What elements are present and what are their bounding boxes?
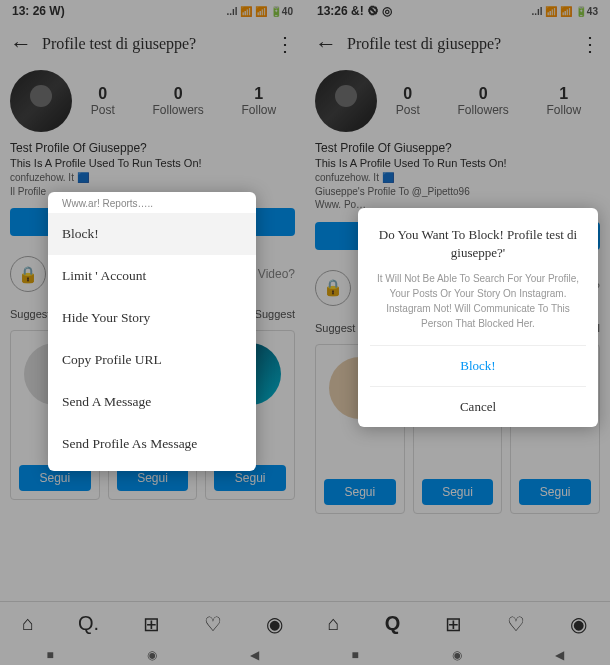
bio-name: Test Profile Of Giuseppe? bbox=[315, 140, 600, 156]
follow-button[interactable]: Segui bbox=[519, 479, 591, 505]
status-icons: ..ıl 📶 📶 🔋43 bbox=[531, 6, 598, 17]
status-time: 13: 26 W) bbox=[12, 4, 65, 18]
bio-link[interactable]: confuzehow. It 🟦 bbox=[315, 171, 600, 185]
home-sys-icon[interactable]: ◉ bbox=[147, 648, 157, 662]
stat-followers[interactable]: 0 Followers bbox=[457, 85, 508, 117]
avatar[interactable] bbox=[10, 70, 72, 132]
system-nav: ■ ◉ ◀ bbox=[305, 645, 610, 665]
confirm-cancel-button[interactable]: Cancel bbox=[370, 386, 586, 427]
recents-icon[interactable]: ■ bbox=[351, 648, 358, 662]
home-icon[interactable]: ⌂ bbox=[328, 612, 340, 635]
more-options-icon[interactable]: ⋮ bbox=[275, 32, 295, 56]
more-options-icon[interactable]: ⋮ bbox=[580, 32, 600, 56]
menu-item-copy-url[interactable]: Copy Profile URL bbox=[48, 339, 256, 381]
bio-link[interactable]: confuzehow. It 🟦 bbox=[10, 171, 295, 185]
suggestions-label: Suggest bbox=[315, 322, 355, 334]
page-title: Profile test di giuseppe? bbox=[347, 35, 570, 53]
system-nav: ■ ◉ ◀ bbox=[0, 645, 305, 665]
page-title: Profile test di giuseppe? bbox=[42, 35, 265, 53]
recents-icon[interactable]: ■ bbox=[46, 648, 53, 662]
confirm-body: It Will Not Be Able To Search For Your P… bbox=[370, 271, 586, 331]
stat-posts[interactable]: 0 Post bbox=[91, 85, 115, 117]
bio-line: This Is A Profile Used To Run Tests On! bbox=[10, 156, 295, 171]
menu-item-hide-story[interactable]: Hide Your Story bbox=[48, 297, 256, 339]
back-icon[interactable]: ← bbox=[315, 31, 337, 57]
profile-header: ← Profile test di giuseppe? ⋮ bbox=[305, 22, 610, 66]
lock-icon: 🔒 bbox=[315, 270, 351, 306]
profile-bio: Test Profile Of Giuseppe? This Is A Prof… bbox=[305, 140, 610, 218]
confirm-block-button[interactable]: Block! bbox=[370, 345, 586, 386]
bio-name: Test Profile Of Giuseppe? bbox=[10, 140, 295, 156]
stat-posts[interactable]: 0 Post bbox=[396, 85, 420, 117]
block-confirm-dialog: Do You Want To Block! Profile test di gi… bbox=[358, 208, 598, 427]
search-icon[interactable]: Q bbox=[385, 612, 401, 635]
video-hint: ! Video? bbox=[251, 267, 295, 281]
profile-stats-row: 0 Post 0 Followers 1 Follow bbox=[0, 66, 305, 140]
search-icon[interactable]: Q. bbox=[78, 612, 99, 635]
status-time: 13:26 &! 🛇 ◎ bbox=[317, 4, 392, 18]
stat-following[interactable]: 1 Follow bbox=[241, 85, 276, 117]
back-sys-icon[interactable]: ◀ bbox=[250, 648, 259, 662]
action-sheet-hint: Www.ar! Reports….. bbox=[48, 192, 256, 213]
add-post-icon[interactable]: ⊞ bbox=[143, 612, 160, 636]
menu-item-block[interactable]: Block! bbox=[48, 213, 256, 255]
profile-header: ← Profile test di giuseppe? ⋮ bbox=[0, 22, 305, 66]
stat-followers[interactable]: 0 Followers bbox=[152, 85, 203, 117]
home-sys-icon[interactable]: ◉ bbox=[452, 648, 462, 662]
status-bar: 13: 26 W) ..ıl 📶 📶 🔋40 bbox=[0, 0, 305, 22]
profile-nav-icon[interactable]: ◉ bbox=[266, 612, 283, 636]
back-sys-icon[interactable]: ◀ bbox=[555, 648, 564, 662]
follow-button[interactable]: Segui bbox=[324, 479, 396, 505]
profile-nav-icon[interactable]: ◉ bbox=[570, 612, 587, 636]
menu-item-send-profile[interactable]: Send Profile As Message bbox=[48, 423, 256, 465]
follow-button[interactable]: Segui bbox=[422, 479, 494, 505]
add-post-icon[interactable]: ⊞ bbox=[445, 612, 462, 636]
back-icon[interactable]: ← bbox=[10, 31, 32, 57]
home-icon[interactable]: ⌂ bbox=[22, 612, 34, 635]
suggestions-label: Suggest bbox=[10, 308, 50, 320]
bottom-nav: ⌂ Q. ⊞ ♡ ◉ bbox=[0, 601, 305, 645]
lock-icon: 🔒 bbox=[10, 256, 46, 292]
profile-action-sheet: Www.ar! Reports….. Block! Limit ' Accoun… bbox=[48, 192, 256, 471]
bottom-nav: ⌂ Q ⊞ ♡ ◉ bbox=[305, 601, 610, 645]
menu-item-send-message[interactable]: Send A Message bbox=[48, 381, 256, 423]
activity-heart-icon[interactable]: ♡ bbox=[204, 612, 222, 636]
avatar[interactable] bbox=[315, 70, 377, 132]
stat-following[interactable]: 1 Follow bbox=[546, 85, 581, 117]
bio-extra-a: Giuseppe's Profile To @_Pipetto96 bbox=[315, 185, 600, 199]
bio-line: This Is A Profile Used To Run Tests On! bbox=[315, 156, 600, 171]
profile-stats-row: 0 Post 0 Followers 1 Follow bbox=[305, 66, 610, 140]
menu-item-limit[interactable]: Limit ' Account bbox=[48, 255, 256, 297]
status-bar: 13:26 &! 🛇 ◎ ..ıl 📶 📶 🔋43 bbox=[305, 0, 610, 22]
status-icons: ..ıl 📶 📶 🔋40 bbox=[226, 6, 293, 17]
confirm-title: Do You Want To Block! Profile test di gi… bbox=[370, 226, 586, 261]
activity-heart-icon[interactable]: ♡ bbox=[507, 612, 525, 636]
